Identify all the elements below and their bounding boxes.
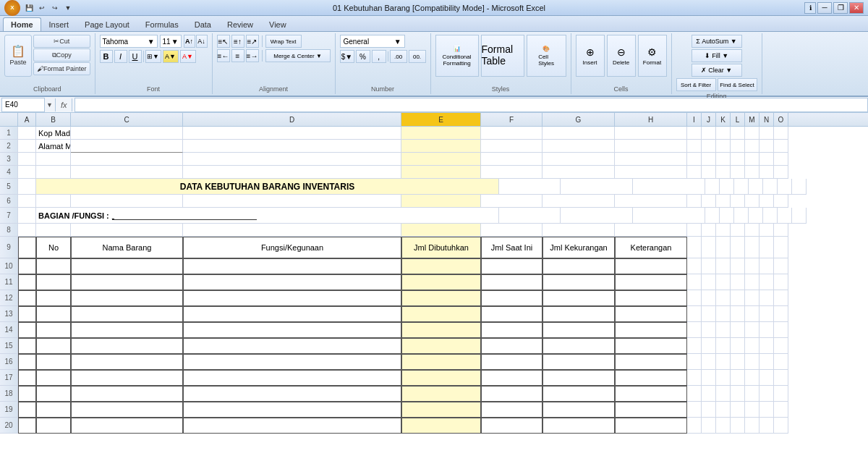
cell-M15[interactable] [745,338,760,354]
cell-N2[interactable] [760,140,774,153]
insert-btn[interactable]: ⊕ Insert [576,35,605,77]
align-right-btn[interactable]: ≡→ [246,49,259,62]
cell-K1[interactable] [716,127,731,140]
cell-E17[interactable] [401,370,481,386]
qa-undo[interactable]: ↩ [36,2,48,14]
cell-J5[interactable] [720,179,734,195]
cell-M9[interactable] [745,237,760,258]
cell-D9[interactable]: Fungsi/Kegunaan [183,237,401,258]
cell-J16[interactable] [702,354,716,370]
cell-A15[interactable] [18,338,36,354]
cell-D6[interactable] [183,195,401,208]
cell-G2[interactable] [542,140,615,153]
cell-C14[interactable] [71,322,183,338]
cell-B14[interactable] [36,322,71,338]
tab-review[interactable]: Review [219,17,261,31]
cell-I2[interactable] [687,140,702,153]
cell-E16[interactable] [401,354,481,370]
cell-J11[interactable] [702,274,716,290]
cell-B4[interactable] [36,166,71,179]
cell-J12[interactable] [702,290,716,306]
cell-F3[interactable] [481,153,542,166]
align-top-left-btn[interactable]: ≡↖ [217,35,230,48]
cell-C6[interactable] [71,195,183,208]
qa-redo[interactable]: ↪ [49,2,61,14]
tab-page-layout[interactable]: Page Layout [77,17,137,31]
cell-I4[interactable] [687,166,702,179]
cell-J6[interactable] [702,195,716,208]
comma-btn[interactable]: , [372,50,386,63]
cell-M2[interactable] [745,140,760,153]
cell-D8[interactable] [183,224,401,237]
qa-dropdown[interactable]: ▼ [62,2,74,14]
cell-A7[interactable] [18,208,36,224]
decrease-decimal-btn[interactable]: 00. [409,50,426,63]
merge-center-btn[interactable]: Merge & Center ▼ [265,49,331,62]
cell-D16[interactable] [183,354,401,370]
cell-G20[interactable] [542,418,615,434]
cell-N6[interactable] [760,195,774,208]
cell-K19[interactable] [716,402,731,418]
cell-N1[interactable] [760,127,774,140]
cell-M5[interactable] [763,179,778,195]
cell-L14[interactable] [731,322,745,338]
cell-O2[interactable] [774,140,788,153]
cell-J19[interactable] [702,402,716,418]
cell-C1[interactable] [71,127,183,140]
cell-B19[interactable] [36,402,71,418]
cell-G10[interactable] [542,258,615,274]
cell-E11[interactable] [401,274,481,290]
cell-E6[interactable] [401,195,481,208]
cell-A16[interactable] [18,354,36,370]
cell-F1[interactable] [481,127,542,140]
cell-F7[interactable] [499,208,561,224]
cell-styles-btn[interactable]: 🎨 CellStyles [527,35,566,77]
cell-F19[interactable] [481,402,542,418]
cell-A10[interactable] [18,258,36,274]
col-header-F[interactable]: F [481,113,542,126]
cell-M3[interactable] [745,153,760,166]
cell-E9[interactable]: Jml Dibutuhkan [401,237,481,258]
cell-D3[interactable] [183,153,401,166]
tab-data[interactable]: Data [187,17,219,31]
cell-L10[interactable] [731,258,745,274]
currency-btn[interactable]: $▼ [340,50,354,63]
cell-E1[interactable] [401,127,481,140]
format-as-table-btn[interactable]: Formal Table [481,35,524,77]
tab-insert[interactable]: Insert [41,17,77,31]
cell-N14[interactable] [760,322,774,338]
cell-C8[interactable] [71,224,183,237]
cell-H1[interactable] [615,127,687,140]
cell-N13[interactable] [760,306,774,322]
cell-D17[interactable] [183,370,401,386]
cell-L9[interactable] [731,237,745,258]
cell-N7[interactable] [778,208,792,224]
cell-C10[interactable] [71,258,183,274]
cell-K16[interactable] [716,354,731,370]
cell-C13[interactable] [71,306,183,322]
cell-J8[interactable] [702,224,716,237]
cell-A13[interactable] [18,306,36,322]
cell-C17[interactable] [71,370,183,386]
col-header-H[interactable]: H [615,113,687,126]
number-format-box[interactable]: General ▼ [340,35,405,48]
fill-color-btn[interactable]: A▼ [163,50,179,63]
align-center-btn[interactable]: ≡ [231,49,244,62]
bold-btn[interactable]: B [100,50,113,63]
cell-G1[interactable] [542,127,615,140]
cell-K6[interactable] [716,195,731,208]
cell-B15[interactable] [36,338,71,354]
cell-F11[interactable] [481,274,542,290]
cell-B2[interactable]: Alamat Madrasah [36,140,71,153]
cell-F13[interactable] [481,306,542,322]
cell-C20[interactable] [71,418,183,434]
cell-C11[interactable] [71,274,183,290]
cell-O5[interactable] [792,179,807,195]
cell-O19[interactable] [774,402,788,418]
cell-M11[interactable] [745,274,760,290]
cell-C2[interactable] [71,140,183,153]
cell-G15[interactable] [542,338,615,354]
cell-J7[interactable] [720,208,734,224]
cell-G9[interactable]: Jml Kekurangan [542,237,615,258]
cell-I3[interactable] [687,153,702,166]
